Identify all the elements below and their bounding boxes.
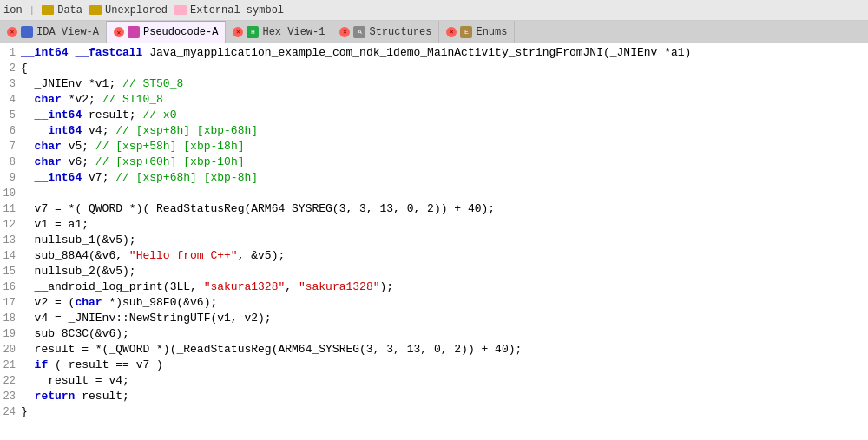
- tab-enum-label: Enums: [476, 26, 507, 38]
- code-line-23: 23 return result;: [0, 389, 868, 404]
- code-line-14: 14 sub_88A4(&v6, "Hello from C++", &v5);: [0, 248, 868, 264]
- code-line-1: 1 __int64 __fastcall Java_myapplication_…: [0, 45, 868, 61]
- tab-pseudo-label: Pseudocode-A: [143, 26, 218, 38]
- code-line-16: 16 __android_log_print(3LL, "sakura1328"…: [0, 279, 868, 295]
- code-line-7: 7 char v5; // [xsp+58h] [xbp-18h]: [0, 139, 868, 154]
- tab-ida-label: IDA View-A: [36, 26, 99, 38]
- code-line-20: 20 result = *(_QWORD *)(_ReadStatusReg(A…: [0, 342, 868, 358]
- code-line-11: 11 v7 = *(_QWORD *)(_ReadStatusReg(ARM64…: [0, 201, 868, 217]
- unexplored-label: Unexplored: [105, 4, 168, 16]
- tab-hex-label: Hex View-1: [262, 26, 325, 38]
- code-line-24: 24 }: [0, 404, 868, 420]
- toolbar-ion[interactable]: ion: [3, 4, 23, 16]
- code-line-5: 5 __int64 result; // x0: [0, 108, 868, 123]
- code-line-9: 9 __int64 v7; // [xsp+68h] [xbp-8h]: [0, 170, 868, 186]
- folder-pink-icon: [174, 5, 187, 15]
- close-struct-icon[interactable]: ✕: [339, 27, 350, 37]
- code-line-19: 19 sub_8C3C(&v6);: [0, 326, 868, 342]
- tab-hex-view[interactable]: ✕ H Hex View-1: [226, 21, 332, 43]
- ida-icon: [21, 26, 33, 38]
- close-pseudo-icon[interactable]: ✕: [114, 27, 124, 37]
- hex-icon: H: [247, 26, 259, 38]
- tab-pseudocode[interactable]: ✕ Pseudocode-A: [107, 21, 226, 43]
- code-line-12: 12 v1 = a1;: [0, 217, 868, 233]
- tab-ida-view[interactable]: ✕ IDA View-A: [0, 21, 107, 43]
- code-line-21: 21 if ( result == v7 ): [0, 358, 868, 373]
- folder-yellow-icon: [42, 5, 54, 15]
- code-line-18: 18 v4 = _JNIEnv::NewStringUTF(v1, v2);: [0, 311, 868, 326]
- code-line-10: 10: [0, 186, 868, 201]
- toolbar-external-symbol[interactable]: External symbol: [174, 4, 284, 16]
- code-line-2: 2 {: [0, 61, 868, 76]
- code-line-3: 3 _JNIEnv *v1; // ST50_8: [0, 76, 868, 92]
- code-line-6: 6 __int64 v4; // [xsp+8h] [xbp-68h]: [0, 123, 868, 139]
- code-line-4: 4 char *v2; // ST10_8: [0, 92, 868, 108]
- enum-icon: E: [460, 26, 472, 38]
- code-line-8: 8 char v6; // [xsp+60h] [xbp-10h]: [0, 154, 868, 170]
- code-line-22: 22 result = v4;: [0, 373, 868, 389]
- toolbar-data[interactable]: Data: [42, 4, 82, 16]
- code-area[interactable]: 1 __int64 __fastcall Java_myapplication_…: [0, 43, 868, 440]
- close-enum-icon[interactable]: ✕: [446, 27, 457, 37]
- folder-unexplored-icon: [89, 5, 102, 15]
- close-ida-icon[interactable]: ✕: [7, 27, 17, 37]
- struct-icon: A: [353, 26, 365, 38]
- toolbar-unexplored[interactable]: Unexplored: [89, 4, 168, 16]
- code-line-13: 13 nullsub_1(&v5);: [0, 233, 868, 248]
- tab-enums[interactable]: ✕ E Enums: [439, 21, 515, 43]
- code-line-15: 15 nullsub_2(&v5);: [0, 264, 868, 279]
- tab-structures[interactable]: ✕ A Structures: [332, 21, 439, 43]
- tab-struct-label: Structures: [369, 26, 431, 38]
- tab-bar: ✕ IDA View-A ✕ Pseudocode-A ✕ H Hex View…: [0, 21, 868, 43]
- pseudo-icon: [128, 26, 140, 38]
- code-line-17: 17 v2 = (char *)sub_98F0(&v6);: [0, 295, 868, 311]
- toolbar: ion | Data Unexplored External symbol: [0, 0, 868, 21]
- close-hex-icon[interactable]: ✕: [233, 27, 243, 37]
- data-label: Data: [57, 4, 82, 16]
- ion-label: ion: [3, 4, 23, 16]
- external-symbol-label: External symbol: [190, 4, 284, 16]
